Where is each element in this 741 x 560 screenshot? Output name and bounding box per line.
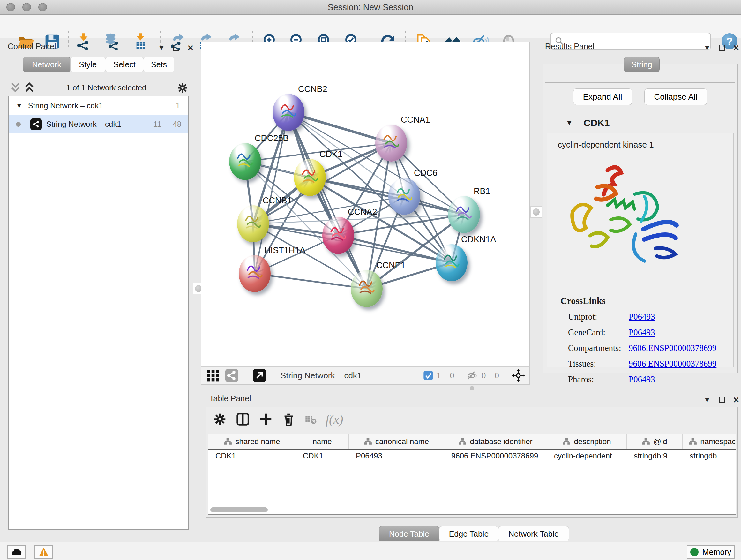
network-icon xyxy=(30,118,42,130)
gene-header-row[interactable]: ▼ CDK1 xyxy=(545,113,735,132)
table-panel-float-icon[interactable] xyxy=(719,397,725,403)
network-node-HIST1H1A[interactable] xyxy=(239,255,271,292)
fit-content-icon[interactable] xyxy=(512,369,525,382)
network-canvas[interactable]: CCNB2CCNA1CDC25BCDK1CDC6RB1CCNB1CCNA2CDK… xyxy=(201,42,530,366)
netbar-separator xyxy=(243,369,243,382)
main-toolbar: ? xyxy=(0,15,741,38)
tab-network[interactable]: Network xyxy=(23,57,71,72)
selected-checkbox-icon[interactable] xyxy=(423,370,433,381)
network-node-RB1[interactable] xyxy=(448,196,480,233)
tab-network-table[interactable]: Network Table xyxy=(498,526,569,542)
crosslink-row: GeneCard:P06493 xyxy=(568,327,733,337)
column-type-icon xyxy=(562,438,570,445)
function-builder-icon[interactable]: f(x) xyxy=(326,412,343,427)
table-panel-collapse-icon[interactable]: ▼ xyxy=(704,396,711,403)
column-header[interactable]: canonical name xyxy=(349,434,444,449)
control-panel-float-icon[interactable] xyxy=(173,45,179,51)
crosslink-row: Pharos:P06493 xyxy=(568,374,733,384)
network-node-CCNA1[interactable] xyxy=(375,125,407,162)
network-view-toolbar: String Network – cdk1 1 – 0 0 – 0 xyxy=(201,366,530,385)
column-header[interactable]: shared name xyxy=(208,434,296,449)
table-horizontal-scrollbar[interactable] xyxy=(210,507,268,512)
gene-panel: ▼ CDK1 cyclin-dependent kinase 1 xyxy=(545,113,735,368)
cytoscape-window: Session: New Session xyxy=(0,0,741,560)
right-splitter-handle[interactable] xyxy=(530,206,542,218)
network-node-CCNB2[interactable] xyxy=(273,94,305,131)
column-header[interactable]: name xyxy=(296,434,349,449)
cloud-icon xyxy=(11,547,22,557)
open-in-new-icon[interactable] xyxy=(253,369,266,382)
gene-expander-icon[interactable]: ▼ xyxy=(566,119,573,127)
column-header[interactable]: namespace xyxy=(683,434,736,449)
table-row[interactable]: CDK1CDK1P064939606.ENSP00000378699cyclin… xyxy=(208,449,736,462)
column-header[interactable]: database identifier xyxy=(444,434,547,449)
network-collection-row[interactable]: ▼ String Network – cdk1 1 xyxy=(9,97,188,115)
network-node-CDK1[interactable] xyxy=(294,159,326,196)
node-count: 11 xyxy=(153,120,161,129)
control-panel-collapse-icon[interactable]: ▼ xyxy=(158,44,165,51)
network-row[interactable]: String Network – cdk1 11 48 xyxy=(9,115,188,133)
network-node-CDC6[interactable] xyxy=(388,178,420,215)
table-cell[interactable]: 9606.ENSP00000378699 xyxy=(444,451,547,460)
crosslink-value[interactable]: 9606.ENSP00000378699 xyxy=(629,359,717,369)
expand-all-button[interactable]: Expand All xyxy=(573,88,632,105)
column-header[interactable]: description xyxy=(547,434,627,449)
network-node-CCNE1[interactable] xyxy=(351,270,383,307)
horizontal-splitter-handle[interactable] xyxy=(470,386,474,390)
crosslink-label: Compartments: xyxy=(568,343,629,353)
gene-details: cyclin-dependent kinase 1 xyxy=(547,133,734,367)
network-share-icon[interactable] xyxy=(225,369,239,382)
table-cell[interactable]: CDK1 xyxy=(208,451,296,460)
table-cell[interactable]: CDK1 xyxy=(296,451,349,460)
crosslink-value[interactable]: 9606.ENSP00000378699 xyxy=(629,343,717,353)
table-cell[interactable]: cyclin-dependent ... xyxy=(547,451,627,460)
network-tree: ▼ String Network – cdk1 1 String Network… xyxy=(8,96,189,530)
tab-style[interactable]: Style xyxy=(70,57,105,72)
warnings-button[interactable] xyxy=(35,545,53,559)
network-edges xyxy=(201,42,529,366)
table-panel-close-icon[interactable]: × xyxy=(733,395,739,405)
network-node-label: RB1 xyxy=(474,186,490,196)
tab-edge-table[interactable]: Edge Table xyxy=(439,526,498,542)
results-panel-collapse-icon[interactable]: ▼ xyxy=(704,44,711,51)
delete-column-icon[interactable] xyxy=(281,412,296,427)
window-title: Session: New Session xyxy=(0,3,741,12)
memory-button[interactable]: Memory xyxy=(687,545,735,559)
tab-node-table[interactable]: Node Table xyxy=(379,526,440,542)
collapse-all-button[interactable]: Collapse All xyxy=(644,88,708,105)
collection-expander-icon[interactable]: ▼ xyxy=(16,102,22,110)
network-node-CDKN1A[interactable] xyxy=(435,244,468,281)
network-label: String Network – cdk1 xyxy=(46,120,153,129)
column-header[interactable]: @id xyxy=(627,434,683,449)
show-columns-icon[interactable] xyxy=(235,412,250,427)
network-node-CCNB1[interactable] xyxy=(237,205,269,242)
selection-status: 1 of 1 Network selected xyxy=(37,83,176,92)
column-header-label: @id xyxy=(653,437,667,446)
table-cell[interactable]: stringdb xyxy=(683,451,736,460)
grid-view-icon[interactable] xyxy=(206,369,220,382)
collapse-all-icon[interactable] xyxy=(8,82,22,93)
crosslink-value[interactable]: P06493 xyxy=(629,374,655,384)
results-panel-float-icon[interactable] xyxy=(719,45,725,51)
tab-select[interactable]: Select xyxy=(105,57,144,72)
hidden-eye-icon[interactable] xyxy=(467,370,478,381)
cloud-button[interactable] xyxy=(7,545,25,559)
tab-sets[interactable]: Sets xyxy=(144,57,174,72)
table-gear-icon[interactable] xyxy=(212,412,227,427)
table-cell[interactable]: P06493 xyxy=(349,451,444,460)
network-node-CCNA2[interactable] xyxy=(322,217,354,254)
network-edge[interactable] xyxy=(255,273,367,289)
crosslink-value[interactable]: P06493 xyxy=(629,327,655,337)
results-panel-close-icon[interactable]: × xyxy=(733,43,739,53)
control-panel-close-icon[interactable]: × xyxy=(188,43,193,53)
protein-thumbnail xyxy=(440,248,464,272)
network-node-CDC25B[interactable] xyxy=(229,143,261,180)
expand-all-icon[interactable] xyxy=(22,82,37,93)
network-edge[interactable] xyxy=(288,112,367,289)
crosslink-value[interactable]: P06493 xyxy=(629,312,655,322)
gear-icon[interactable] xyxy=(176,81,189,94)
delete-table-icon[interactable] xyxy=(305,412,317,427)
table-cell[interactable]: stringdb:9... xyxy=(627,451,683,460)
add-column-icon[interactable] xyxy=(259,412,273,427)
tab-string[interactable]: String xyxy=(624,57,660,72)
